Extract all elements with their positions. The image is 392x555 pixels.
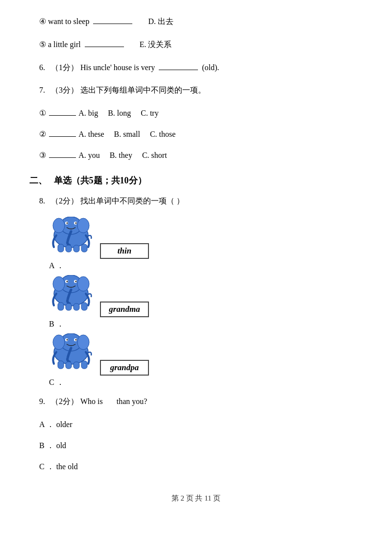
q8-optionB-dot: ．: [56, 320, 64, 328]
item4-text: want to sleep: [48, 17, 89, 25]
item4-option-text: 出去: [158, 17, 173, 25]
q8-optionC-container: grandpa C ．: [44, 333, 363, 388]
q6-text: His uncle' house is very: [80, 63, 155, 72]
q7-sub1-circle: ①: [39, 109, 46, 117]
item4-number: ④: [39, 17, 46, 25]
svg-rect-32: [58, 361, 64, 369]
q7-sub3-choiceB: B. they: [110, 151, 132, 159]
svg-point-15: [77, 277, 89, 291]
svg-rect-9: [66, 245, 72, 252]
q8-optionA-labeltext: A: [49, 261, 54, 270]
svg-rect-35: [81, 361, 87, 369]
svg-point-31: [75, 339, 77, 341]
q8-optionC-elephant: [44, 333, 98, 370]
q8-optionB-elephant: [44, 275, 98, 312]
q7-sub1: ① A. big B. long C. try: [39, 106, 363, 121]
svg-point-3: [77, 218, 89, 233]
q9-optionC-label: C: [39, 462, 45, 471]
q9-optionB-text: old: [56, 441, 66, 450]
q6-points: （1分）: [51, 63, 78, 72]
q9-optionA-label: A: [39, 420, 45, 429]
q7-sub2-choiceA: A. these: [78, 130, 104, 138]
q7-sub3-circle: ③: [39, 151, 46, 159]
q7-sub2-choiceC: C. those: [150, 130, 175, 138]
q7-sub2-blank: [49, 136, 76, 137]
q7-sub3-blank: [49, 157, 76, 158]
item4-option: D.: [148, 17, 156, 25]
q7-number: 7.: [39, 86, 45, 94]
q8-optionC-wordbox: grandpa: [100, 360, 149, 376]
q7-sub3-choiceC: C. short: [142, 151, 167, 159]
footer-text: 第 2 页 共 11 页: [172, 494, 221, 502]
svg-point-14: [53, 277, 65, 291]
q9-optionC-text: the old: [56, 462, 78, 471]
q8-instruction: 找出单词中不同类的一项（ ）: [80, 197, 184, 205]
page-footer: 第 2 页 共 11 页: [29, 494, 363, 503]
item5-blank: [85, 47, 124, 47]
q9-optionC: C ． the old: [39, 460, 363, 474]
svg-rect-34: [74, 362, 79, 369]
q6-blank: [159, 70, 198, 70]
svg-rect-21: [66, 303, 72, 310]
svg-point-7: [75, 223, 77, 224]
q7-sub1-blank: [49, 115, 76, 116]
q9-optionB: B ． old: [39, 439, 363, 453]
svg-rect-8: [58, 244, 64, 252]
q8-number: 8.: [39, 197, 45, 205]
q9-optionB-label: B: [39, 441, 45, 450]
q9-header: 9. （2分） Who is than you?: [39, 395, 363, 409]
q8-header: 8. （2分） 找出单词中不同类的一项（ ）: [39, 194, 363, 208]
svg-rect-11: [81, 244, 87, 252]
svg-point-18: [67, 281, 68, 282]
q9-optionA-text: older: [56, 420, 73, 429]
item5-number: ⑤: [39, 40, 46, 49]
item4-blank: [93, 24, 132, 24]
q7-sub1-choiceB: B. long: [108, 109, 131, 117]
svg-point-27: [77, 335, 89, 350]
q8-optionC-word: grandpa: [110, 363, 139, 372]
q8-optionB-word: grandma: [109, 304, 140, 314]
q8-optionA-wordbox: thin: [100, 243, 149, 259]
q7-sub3: ③ A. you B. they C. short: [39, 149, 363, 163]
q8-optionC-labeltext: C: [49, 378, 54, 386]
q6-suffix: (old).: [202, 63, 219, 72]
q8-optionA-container: thin A ．: [44, 217, 363, 271]
svg-point-2: [53, 218, 65, 233]
q7-points: （3分）: [51, 86, 78, 94]
q8-optionA-word: thin: [118, 246, 131, 255]
q8-optionB-label: B ．: [49, 319, 363, 329]
svg-rect-23: [81, 303, 87, 310]
item5-option-text: 没关系: [148, 40, 172, 49]
svg-rect-10: [74, 245, 79, 252]
q8-optionA-elephant: [44, 217, 98, 253]
item5-option: E.: [140, 40, 147, 49]
q8-optionC-dot: ．: [56, 378, 64, 386]
q8-optionC-label: C ．: [49, 378, 363, 388]
q8-optionA-dot: ．: [56, 261, 64, 270]
q7-instruction: 选出下列每组单词中不同类的一项。: [80, 86, 206, 94]
q7-sub2-circle: ②: [39, 130, 46, 138]
svg-point-6: [67, 223, 68, 224]
section2-header: 二、 单选（共5题；共10分）: [29, 175, 363, 186]
item5: ⑤ a little girl E. 没关系: [39, 38, 363, 52]
section2-label: 二、: [29, 176, 47, 185]
q7-sub1-choiceA: A. big: [78, 109, 98, 117]
q9-text: Who is: [80, 397, 103, 405]
svg-point-26: [53, 335, 65, 350]
svg-rect-20: [58, 303, 64, 310]
q9-number: 9.: [39, 397, 45, 405]
q8-points: （2分）: [51, 197, 78, 205]
q7-sub2: ② A. these B. small C. those: [39, 127, 363, 142]
q9-suffix: than you?: [117, 397, 147, 405]
q8-optionB-container: grandma B ．: [44, 275, 363, 329]
svg-rect-33: [66, 362, 72, 369]
q8-optionB-labeltext: B: [49, 320, 54, 328]
q7-sub1-choiceC: C. try: [141, 109, 158, 117]
item5-text: a little girl: [48, 40, 81, 49]
q9-points: （2分）: [51, 397, 78, 405]
q8-optionB-wordbox: grandma: [100, 302, 149, 317]
q8-optionA-label: A ．: [49, 261, 363, 271]
q9-optionA: A ． older: [39, 418, 363, 432]
section2-title: 单选（共5题；共10分）: [54, 176, 147, 185]
svg-point-30: [67, 339, 68, 341]
